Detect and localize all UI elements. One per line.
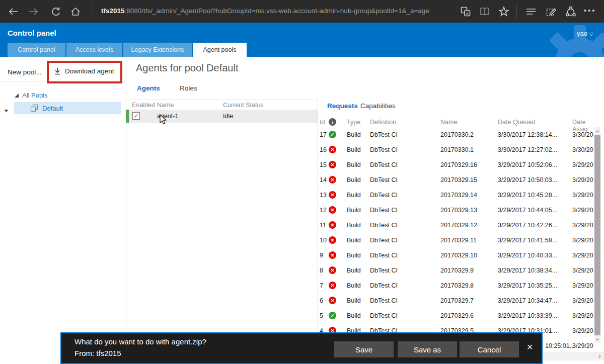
status-failed-icon: ✕: [329, 266, 336, 274]
build-link[interactable]: 20170329.6: [440, 312, 474, 319]
tab-control-panel[interactable]: Control panel: [8, 43, 65, 57]
date-queued: 3/29/2017 10:52:06...: [498, 161, 557, 168]
tab-access-levels[interactable]: Access levels: [66, 43, 122, 57]
favorites-star-icon[interactable]: [498, 6, 510, 17]
table-row: 9✕BuildDbTest CI20170329.103/29/2017 10:…: [318, 248, 594, 263]
tree-root-label: All Pools: [22, 92, 48, 99]
save-button[interactable]: Save: [334, 341, 394, 357]
table-row: 8✕BuildDbTest CI20170329.93/29/2017 10:3…: [318, 263, 594, 278]
pool-context-caret-icon[interactable]: [4, 106, 9, 115]
table-row: 17✓BuildDbTest CI20170330.23/30/2017 12:…: [318, 127, 594, 142]
definition-link[interactable]: DbTest CI: [370, 131, 398, 138]
request-id: 11: [320, 222, 326, 229]
table-row: 16✕BuildDbTest CI20170330.13/30/2017 12:…: [318, 142, 594, 157]
request-id: 6: [320, 297, 323, 304]
date-queued: 3/29/2017 10:42:26...: [498, 222, 557, 229]
build-link[interactable]: 20170330.1: [440, 146, 474, 153]
user-menu[interactable]: yao▽: [577, 30, 593, 37]
tab-agents[interactable]: Agents: [137, 84, 160, 92]
agent-row[interactable]: ✓ agent-1 Idle: [126, 110, 318, 123]
definition-link[interactable]: DbTest CI: [370, 192, 398, 199]
download-agent-button[interactable]: Download agent: [54, 67, 114, 75]
vertical-scrollbar[interactable]: [594, 127, 600, 343]
new-pool-button[interactable]: New pool...: [8, 68, 42, 76]
build-link[interactable]: 20170329.10: [440, 252, 477, 259]
tab-legacy-extensions[interactable]: Legacy Extensions: [123, 43, 192, 57]
info-icon: i: [329, 118, 336, 126]
tab-capabilities[interactable]: Capabilities: [360, 102, 396, 110]
status-failed-icon: ✕: [329, 176, 336, 184]
request-id: 8: [320, 267, 323, 274]
tree-item-all-pools[interactable]: All Pools: [14, 92, 48, 99]
pool-name-label: Default: [42, 105, 63, 112]
build-link[interactable]: 20170329.9: [440, 267, 474, 274]
build-link[interactable]: 20170329.8: [440, 282, 474, 289]
status-success-icon: ✓: [329, 131, 336, 138]
date-queued: 3/30/2017 12:27:02...: [498, 146, 557, 153]
request-id: 7: [320, 282, 323, 289]
tab-roles[interactable]: Roles: [180, 84, 197, 92]
col-type: Type: [347, 119, 360, 126]
col-name: Name: [157, 102, 174, 109]
definition-link[interactable]: DbTest CI: [370, 267, 398, 274]
table-row: 5✓BuildDbTest CI20170329.63/29/2017 10:3…: [318, 308, 594, 323]
table-row: 7✕BuildDbTest CI20170329.83/29/2017 10:3…: [318, 278, 594, 293]
share-icon[interactable]: [565, 6, 577, 17]
definition-link[interactable]: DbTest CI: [370, 222, 398, 229]
definition-link[interactable]: DbTest CI: [370, 176, 398, 184]
translator-extension-icon[interactable]: a: [460, 6, 472, 17]
home-icon[interactable]: [69, 6, 82, 17]
definition-link[interactable]: DbTest CI: [370, 297, 398, 304]
definition-link[interactable]: DbTest CI: [370, 282, 398, 289]
build-link[interactable]: 20170329.13: [440, 207, 477, 214]
agent-enabled-checkbox[interactable]: ✓: [132, 112, 140, 120]
build-link[interactable]: 20170330.2: [440, 131, 474, 138]
date-assigned: 3/29/20: [572, 297, 594, 304]
web-note-icon[interactable]: [545, 6, 557, 17]
date-queued: 3/29/2017 10:35:25...: [498, 282, 557, 289]
address-bar[interactable]: tfs2015:8080/tfs/_admin/_AgentPool?hubGr…: [101, 7, 454, 15]
definition-link[interactable]: DbTest CI: [370, 312, 398, 319]
close-icon[interactable]: ✕: [526, 342, 533, 352]
table-row: 12✕BuildDbTest CI20170329.133/29/2017 10…: [318, 203, 594, 218]
request-type: Build: [347, 282, 361, 289]
request-type: Build: [347, 176, 361, 184]
definition-link[interactable]: DbTest CI: [370, 252, 398, 259]
agent-status: Idle: [223, 113, 233, 120]
agent-online-indicator: [126, 110, 129, 123]
build-link[interactable]: 20170329.16: [440, 161, 477, 168]
left-toolbar-divider: [0, 81, 126, 81]
tab-requests[interactable]: Requests: [327, 102, 358, 110]
build-link[interactable]: 20170329.12: [440, 222, 477, 229]
more-options-icon[interactable]: •••: [584, 5, 596, 16]
back-icon[interactable]: [7, 6, 19, 17]
build-link[interactable]: 20170329.14: [440, 192, 477, 199]
reading-view-icon[interactable]: [479, 6, 491, 17]
date-queued: 3/29/2017 10:50:03...: [498, 176, 557, 184]
definition-link[interactable]: DbTest CI: [370, 237, 398, 244]
request-type: Build: [347, 146, 361, 153]
tree-item-default-pool[interactable]: Default: [14, 102, 121, 114]
definition-link[interactable]: DbTest CI: [370, 146, 398, 153]
hub-icon[interactable]: [525, 6, 537, 17]
definition-link[interactable]: DbTest CI: [370, 161, 398, 168]
definition-link[interactable]: DbTest CI: [370, 207, 398, 214]
cancel-button[interactable]: Cancel: [460, 341, 519, 357]
tab-agent-pools[interactable]: Agent pools: [193, 43, 247, 57]
scroll-right-icon[interactable]: [596, 352, 603, 360]
build-link[interactable]: 20170329.15: [440, 176, 477, 184]
refresh-icon[interactable]: [50, 6, 62, 17]
scroll-down-icon[interactable]: [594, 335, 600, 343]
agent-pool-icon: [30, 104, 38, 112]
scrollbar-thumb[interactable]: [594, 135, 600, 335]
download-message: What do you want to do with agent.zip?: [74, 337, 206, 346]
build-link[interactable]: 20170329.11: [440, 237, 477, 244]
requests-rows: 17✓BuildDbTest CI20170330.23/30/2017 12:…: [318, 127, 594, 338]
forward-icon[interactable]: [28, 6, 40, 17]
date-queued: 3/29/2017 10:33:39...: [498, 312, 557, 319]
date-queued: 3/30/2017 12:38:14...: [498, 131, 557, 138]
date-assigned: 3/29/20: [572, 312, 594, 319]
scroll-up-icon[interactable]: [594, 127, 600, 135]
save-as-button[interactable]: Save as: [398, 341, 457, 357]
build-link[interactable]: 20170329.7: [440, 297, 474, 304]
